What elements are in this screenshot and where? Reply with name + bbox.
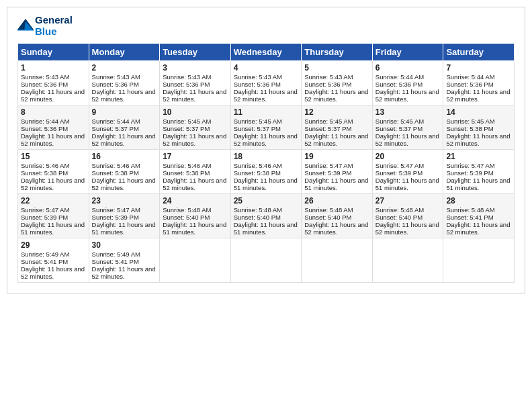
col-monday: Monday xyxy=(89,43,160,60)
col-friday: Friday xyxy=(372,43,443,60)
sunrise: Sunrise: 5:45 AM xyxy=(446,118,494,125)
daylight: Daylight: 11 hours and 51 minutes. xyxy=(163,221,226,236)
sunset: Sunset: 5:37 PM xyxy=(163,125,210,132)
calendar-cell xyxy=(302,238,373,282)
calendar-week-5: 29Sunrise: 5:49 AMSunset: 5:41 PMDayligh… xyxy=(18,238,515,282)
sunset: Sunset: 5:39 PM xyxy=(304,169,351,177)
col-thursday: Thursday xyxy=(302,43,373,60)
sunrise: Sunrise: 5:45 AM xyxy=(163,118,211,125)
daylight: Daylight: 11 hours and 51 minutes. xyxy=(92,221,156,236)
sunset: Sunset: 5:36 PM xyxy=(21,81,68,88)
sunset: Sunset: 5:37 PM xyxy=(92,125,139,132)
calendar-cell: 2Sunrise: 5:43 AMSunset: 5:36 PMDaylight… xyxy=(89,60,160,105)
daylight: Daylight: 11 hours and 52 minutes. xyxy=(234,88,298,103)
day-number: 16 xyxy=(92,152,157,161)
daylight: Daylight: 11 hours and 52 minutes. xyxy=(375,88,439,103)
sunrise: Sunrise: 5:45 AM xyxy=(375,118,424,125)
calendar-week-2: 8Sunrise: 5:44 AMSunset: 5:36 PMDaylight… xyxy=(18,105,515,149)
col-saturday: Saturday xyxy=(443,43,515,60)
calendar-cell: 27Sunrise: 5:48 AMSunset: 5:40 PMDayligh… xyxy=(372,193,443,238)
calendar-cell: 5Sunrise: 5:43 AMSunset: 5:36 PMDaylight… xyxy=(302,60,373,105)
calendar-cell: 29Sunrise: 5:49 AMSunset: 5:41 PMDayligh… xyxy=(18,238,89,282)
sunrise: Sunrise: 5:43 AM xyxy=(163,73,211,81)
calendar-cell: 26Sunrise: 5:48 AMSunset: 5:40 PMDayligh… xyxy=(302,193,373,238)
day-number: 1 xyxy=(21,63,86,73)
daylight: Daylight: 11 hours and 52 minutes. xyxy=(92,132,156,147)
day-number: 15 xyxy=(21,152,86,161)
calendar-cell: 30Sunrise: 5:49 AMSunset: 5:41 PMDayligh… xyxy=(89,238,160,282)
day-number: 14 xyxy=(446,107,511,117)
calendar-cell xyxy=(372,238,443,282)
daylight: Daylight: 11 hours and 52 minutes. xyxy=(92,265,156,280)
calendar-cell xyxy=(160,238,231,282)
sunset: Sunset: 5:41 PM xyxy=(446,214,493,221)
sunrise: Sunrise: 5:43 AM xyxy=(304,73,353,81)
logo: General Blue xyxy=(17,14,73,38)
daylight: Daylight: 11 hours and 52 minutes. xyxy=(446,221,510,236)
col-tuesday: Tuesday xyxy=(160,43,231,60)
sunset: Sunset: 5:39 PM xyxy=(375,169,423,177)
sunset: Sunset: 5:36 PM xyxy=(304,81,351,88)
sunrise: Sunrise: 5:44 AM xyxy=(375,73,424,81)
sunset: Sunset: 5:37 PM xyxy=(304,125,351,132)
sunset: Sunset: 5:38 PM xyxy=(446,125,493,132)
daylight: Daylight: 11 hours and 51 minutes. xyxy=(375,177,439,191)
sunset: Sunset: 5:36 PM xyxy=(375,81,423,88)
sunrise: Sunrise: 5:44 AM xyxy=(446,73,494,81)
calendar-body: 1Sunrise: 5:43 AMSunset: 5:36 PMDaylight… xyxy=(18,60,515,282)
sunset: Sunset: 5:38 PM xyxy=(163,169,210,177)
sunset: Sunset: 5:36 PM xyxy=(92,81,139,88)
calendar-cell: 21Sunrise: 5:47 AMSunset: 5:39 PMDayligh… xyxy=(443,149,515,193)
calendar-cell: 4Sunrise: 5:43 AMSunset: 5:36 PMDaylight… xyxy=(230,60,302,105)
sunrise: Sunrise: 5:43 AM xyxy=(92,73,140,81)
calendar-cell: 17Sunrise: 5:46 AMSunset: 5:38 PMDayligh… xyxy=(160,149,231,193)
day-number: 21 xyxy=(446,152,511,161)
calendar-week-3: 15Sunrise: 5:46 AMSunset: 5:38 PMDayligh… xyxy=(18,149,515,193)
day-number: 12 xyxy=(304,107,369,117)
calendar-cell: 25Sunrise: 5:48 AMSunset: 5:40 PMDayligh… xyxy=(230,193,302,238)
sunset: Sunset: 5:40 PM xyxy=(375,214,423,221)
days-of-week-row: Sunday Monday Tuesday Wednesday Thursday… xyxy=(18,43,515,60)
daylight: Daylight: 11 hours and 52 minutes. xyxy=(21,177,85,191)
calendar-week-4: 22Sunrise: 5:47 AMSunset: 5:39 PMDayligh… xyxy=(18,193,515,238)
sunrise: Sunrise: 5:46 AM xyxy=(92,162,140,169)
sunset: Sunset: 5:41 PM xyxy=(92,258,139,265)
daylight: Daylight: 11 hours and 52 minutes. xyxy=(92,177,156,191)
sunrise: Sunrise: 5:49 AM xyxy=(92,250,140,258)
daylight: Daylight: 11 hours and 51 minutes. xyxy=(304,177,368,191)
calendar-cell: 24Sunrise: 5:48 AMSunset: 5:40 PMDayligh… xyxy=(160,193,231,238)
day-number: 28 xyxy=(446,196,511,205)
day-number: 30 xyxy=(92,240,157,250)
sunset: Sunset: 5:37 PM xyxy=(234,125,281,132)
calendar-cell: 22Sunrise: 5:47 AMSunset: 5:39 PMDayligh… xyxy=(18,193,89,238)
sunrise: Sunrise: 5:46 AM xyxy=(21,162,69,169)
calendar-cell: 18Sunrise: 5:46 AMSunset: 5:38 PMDayligh… xyxy=(230,149,302,193)
daylight: Daylight: 11 hours and 51 minutes. xyxy=(234,221,298,236)
daylight: Daylight: 11 hours and 52 minutes. xyxy=(375,132,439,147)
daylight: Daylight: 11 hours and 51 minutes. xyxy=(446,177,510,191)
day-number: 24 xyxy=(163,196,228,205)
day-number: 11 xyxy=(234,107,299,117)
logo-icon xyxy=(17,19,34,32)
daylight: Daylight: 11 hours and 52 minutes. xyxy=(375,221,439,236)
sunrise: Sunrise: 5:44 AM xyxy=(92,118,140,125)
daylight: Daylight: 11 hours and 52 minutes. xyxy=(163,88,226,103)
sunset: Sunset: 5:41 PM xyxy=(21,258,68,265)
day-number: 26 xyxy=(304,196,369,205)
day-number: 7 xyxy=(446,63,511,73)
daylight: Daylight: 11 hours and 52 minutes. xyxy=(21,132,85,147)
daylight: Daylight: 11 hours and 52 minutes. xyxy=(92,88,156,103)
calendar-cell: 12Sunrise: 5:45 AMSunset: 5:37 PMDayligh… xyxy=(302,105,373,149)
day-number: 8 xyxy=(21,107,86,117)
sunset: Sunset: 5:36 PM xyxy=(163,81,210,88)
calendar-cell: 7Sunrise: 5:44 AMSunset: 5:36 PMDaylight… xyxy=(443,60,515,105)
sunset: Sunset: 5:40 PM xyxy=(234,214,281,221)
day-number: 4 xyxy=(234,63,299,73)
daylight: Daylight: 11 hours and 51 minutes. xyxy=(234,177,298,191)
daylight: Daylight: 11 hours and 52 minutes. xyxy=(304,221,368,236)
calendar-table: Sunday Monday Tuesday Wednesday Thursday… xyxy=(17,43,515,283)
sunset: Sunset: 5:39 PM xyxy=(92,214,139,221)
calendar-cell: 20Sunrise: 5:47 AMSunset: 5:39 PMDayligh… xyxy=(372,149,443,193)
calendar-cell: 13Sunrise: 5:45 AMSunset: 5:37 PMDayligh… xyxy=(372,105,443,149)
sunrise: Sunrise: 5:47 AM xyxy=(375,162,424,169)
